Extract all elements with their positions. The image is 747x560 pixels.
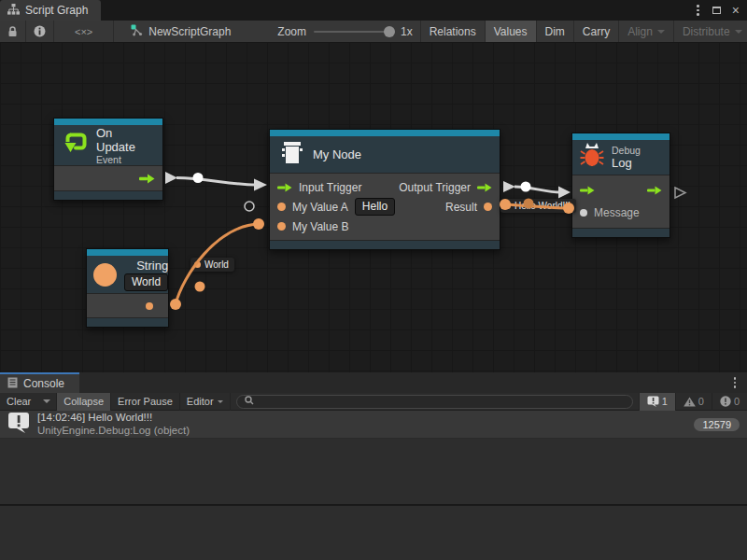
error-count: 0 bbox=[734, 396, 740, 407]
port-label: Output Trigger bbox=[399, 181, 471, 194]
input-trigger-port[interactable] bbox=[277, 183, 292, 192]
node-string-literal[interactable]: String World bbox=[86, 248, 169, 328]
value-dot bbox=[194, 261, 201, 268]
node-title: Log bbox=[612, 156, 641, 170]
distribute-dropdown[interactable]: Distribute bbox=[674, 21, 747, 42]
node-footer bbox=[87, 317, 168, 327]
wire-end-arrow bbox=[558, 187, 571, 199]
result-port[interactable] bbox=[484, 203, 492, 211]
node-title: On Update bbox=[96, 126, 153, 154]
graph-reference[interactable]: NewScriptGraph bbox=[114, 24, 240, 39]
node-debug-log[interactable]: Debug Log Message bbox=[571, 133, 670, 238]
log-stacktrace: UnityEngine.Debug:Log (object) bbox=[37, 425, 190, 438]
info-button[interactable] bbox=[26, 21, 54, 42]
info-count: 1 bbox=[662, 396, 668, 407]
graph-toolbar: <×> NewScriptGraph Zoom 1x Relations Val… bbox=[0, 21, 747, 42]
carry-button[interactable]: Carry bbox=[574, 21, 619, 42]
machine-icon bbox=[279, 141, 305, 169]
console-panel: Console Clear Collapse Error Pause Edito… bbox=[0, 372, 747, 560]
zoom-label: Zoom bbox=[277, 25, 306, 38]
log-message: [14:02:46] Hello World!!! bbox=[37, 412, 190, 425]
graph-name-label: NewScriptGraph bbox=[148, 25, 231, 38]
on-update-loop-icon bbox=[63, 131, 89, 160]
string-literal-icon bbox=[93, 263, 117, 287]
string-value-field[interactable]: World bbox=[124, 273, 168, 291]
node-supertitle: Debug bbox=[612, 145, 641, 156]
warning-count-toggle[interactable]: 0 bbox=[675, 393, 712, 411]
zoom-value: 1x bbox=[401, 25, 413, 38]
editor-dropdown[interactable]: Editor bbox=[180, 393, 231, 411]
port-label: My Value B bbox=[292, 220, 348, 233]
error-count-toggle[interactable]: 0 bbox=[712, 393, 747, 411]
search-input[interactable] bbox=[259, 396, 625, 407]
tab-console[interactable]: Console bbox=[0, 372, 79, 393]
output-trigger-port[interactable] bbox=[477, 183, 492, 192]
clear-dropdown[interactable] bbox=[37, 393, 57, 411]
info-bubble-icon bbox=[647, 396, 659, 407]
bug-icon bbox=[580, 142, 604, 173]
close-icon[interactable]: × bbox=[732, 4, 740, 17]
trigger-wire bbox=[514, 187, 560, 192]
warning-triangle-icon bbox=[684, 397, 696, 407]
wire-endpoint bbox=[253, 218, 264, 230]
tab-label: Script Graph bbox=[25, 4, 88, 17]
node-footer bbox=[270, 240, 500, 249]
port-label: Message bbox=[594, 206, 640, 219]
clear-button[interactable]: Clear bbox=[0, 393, 37, 411]
maximize-icon[interactable] bbox=[712, 7, 721, 14]
unconnected-port-circle bbox=[245, 202, 254, 211]
console-search[interactable] bbox=[236, 395, 633, 409]
chevron-down-icon bbox=[735, 30, 742, 34]
console-tab-label: Console bbox=[23, 377, 64, 390]
lock-icon bbox=[7, 26, 18, 37]
window-menu-icon[interactable] bbox=[695, 3, 701, 18]
window-controls: × bbox=[695, 0, 747, 21]
string-output-port[interactable] bbox=[146, 302, 153, 310]
node-my-node[interactable]: My Node Input Trigger Output Trigger My … bbox=[269, 129, 500, 250]
warning-count: 0 bbox=[698, 396, 704, 407]
values-button[interactable]: Values bbox=[486, 21, 537, 42]
console-list-icon bbox=[7, 377, 18, 391]
log-entry[interactable]: [14:02:46] Hello World!!! UnityEngine.De… bbox=[0, 411, 747, 439]
node-title: String bbox=[124, 259, 168, 273]
my-value-b-port[interactable] bbox=[277, 222, 286, 231]
node-header-bar bbox=[572, 133, 669, 140]
align-dropdown[interactable]: Align bbox=[619, 21, 674, 42]
relations-button[interactable]: Relations bbox=[421, 21, 486, 42]
node-on-update[interactable]: On Update Event bbox=[53, 118, 163, 201]
message-port[interactable] bbox=[580, 209, 587, 217]
zoom-control: Zoom 1x bbox=[240, 21, 420, 42]
node-title: My Node bbox=[313, 147, 361, 161]
console-detail-pane bbox=[0, 506, 747, 560]
dim-button[interactable]: Dim bbox=[537, 21, 574, 42]
graph-toolbar-buttons: Relations Values Dim Carry Align Distrib… bbox=[421, 21, 747, 42]
search-icon bbox=[245, 396, 254, 407]
info-icon bbox=[34, 25, 46, 37]
debug-input-trigger-port[interactable] bbox=[580, 186, 595, 195]
my-value-a-port[interactable] bbox=[277, 203, 286, 211]
chevron-down-icon bbox=[218, 400, 223, 403]
port-label: Result bbox=[445, 201, 477, 214]
flow-droplet bbox=[195, 282, 205, 292]
collapse-button[interactable]: Collapse bbox=[57, 393, 111, 411]
lock-button[interactable] bbox=[0, 21, 26, 42]
graph-canvas[interactable]: On Update Event bbox=[0, 42, 747, 372]
code-view-button[interactable]: <×> bbox=[54, 21, 114, 42]
zoom-slider-handle[interactable] bbox=[384, 26, 395, 37]
console-menu-icon[interactable] bbox=[732, 375, 739, 390]
chevron-down-icon bbox=[43, 399, 50, 403]
debug-output-trigger-port[interactable] bbox=[647, 186, 662, 195]
my-value-a-field[interactable]: Hello bbox=[355, 198, 395, 216]
node-footer bbox=[572, 228, 669, 237]
error-pause-button[interactable]: Error Pause bbox=[111, 393, 180, 411]
graph-hierarchy-icon bbox=[7, 4, 20, 18]
wire-end-arrow bbox=[254, 179, 267, 191]
log-info-bubble-icon bbox=[7, 412, 30, 437]
value-dot bbox=[504, 203, 511, 209]
tab-script-graph[interactable]: Script Graph bbox=[0, 0, 101, 21]
zoom-slider[interactable] bbox=[314, 31, 393, 33]
chevron-down-icon bbox=[657, 30, 665, 34]
on-update-output-port[interactable] bbox=[139, 174, 155, 184]
wire-value-bubble-world: World bbox=[190, 258, 234, 272]
info-count-toggle[interactable]: 1 bbox=[639, 393, 675, 411]
